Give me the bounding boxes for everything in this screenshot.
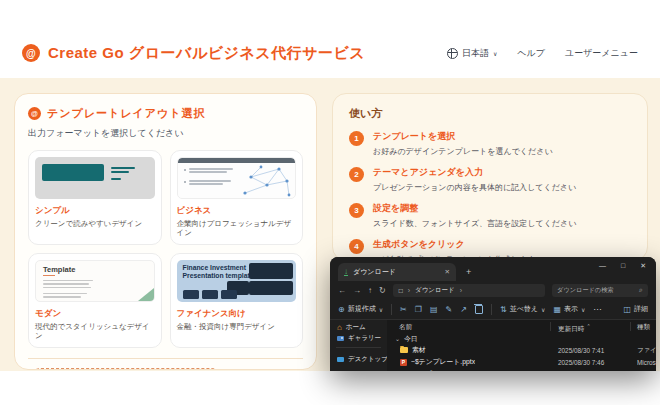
chevron-down-icon: ∨ xyxy=(379,306,383,313)
template-card-description: 金融・投資向け専門デザイン xyxy=(177,322,297,331)
search-icon: ⌕ xyxy=(639,286,643,294)
file-row-pptx[interactable]: P テンプレート.pptx xyxy=(387,368,656,371)
page: @ Create Go グローバルビジネス代行サービス 日本語 ∨ ヘルプ ユー… xyxy=(0,0,660,405)
plus-icon: ⊕ xyxy=(338,305,345,314)
template-cards: シンプル クリーンで読みやすいデザイン xyxy=(28,150,303,348)
brand: @ Create Go グローバルビジネス代行サービス xyxy=(22,44,365,63)
sidebar-item-home[interactable]: ⌂ ホーム xyxy=(330,322,387,333)
template-panel-icon: @ xyxy=(28,107,41,120)
view-label: 表示 xyxy=(564,304,578,314)
file-row-pptx-temp[interactable]: P ~$テンプレート.pptx 2025/08/30 7:46 Microso xyxy=(387,356,656,368)
computer-icon: □ xyxy=(399,287,403,294)
toolbar-divider xyxy=(491,304,492,315)
template-panel-subtitle: 出力フォーマットを選択してください xyxy=(28,127,303,140)
template-card-name: ビジネス xyxy=(177,205,297,217)
template-card-finance[interactable]: Finance Investment Presentation template… xyxy=(170,253,304,348)
usage-step: 2 テーマとアジェンダを入力 プレゼンテーションの内容を具体的に記入してください xyxy=(349,166,631,193)
chevron-down-icon: ∨ xyxy=(493,50,497,57)
up-icon[interactable]: ↑ xyxy=(368,286,372,295)
step-title: テーマとアジェンダを入力 xyxy=(373,166,576,179)
explorer-navbar: ← → ↑ ↻ □ › ダウンロード › ダウンロードの検索 ⌕ xyxy=(330,281,656,299)
desktop-icon xyxy=(337,357,344,363)
file-type: Microso xyxy=(637,359,656,366)
help-label: ヘルプ xyxy=(517,47,545,60)
template-card-business[interactable]: ビジネス 企業向けプロフェッショナルデザイン xyxy=(170,150,304,245)
tab-close-icon[interactable]: ✕ xyxy=(445,268,450,276)
explorer-command-bar: ⊕ 新規作成 ∨ ✂ ❐ ▤ ✎ ↗ ⇅ 並べ替え ∨ ▦ 表示 ∨ ⋯ xyxy=(330,299,656,320)
template-card-description: 企業向けプロフェッショナルデザイン xyxy=(177,219,297,238)
step-description: お好みのデザインテンプレートを選んでください xyxy=(373,146,553,157)
explorer-titlebar[interactable]: ↓ ダウンロード ✕ + — □ ✕ xyxy=(330,257,656,281)
maximize-icon[interactable]: □ xyxy=(621,262,625,270)
forward-icon[interactable]: → xyxy=(353,286,361,295)
site-title: Create Go グローバルビジネス代行サービス xyxy=(48,44,365,63)
help-link[interactable]: ヘルプ xyxy=(517,47,545,60)
back-icon[interactable]: ← xyxy=(338,286,346,295)
explorer-body: ⌂ ホーム ギャラリー デスクトップ 名前 更新日時⌃ xyxy=(330,320,656,371)
refresh-icon[interactable]: ↻ xyxy=(379,286,386,295)
close-icon[interactable]: ✕ xyxy=(640,262,646,270)
breadcrumb[interactable]: □ › ダウンロード › xyxy=(393,284,545,297)
step-description: プレゼンテーションの内容を具体的に記入してください xyxy=(373,182,576,193)
sidebar-divider xyxy=(336,347,381,348)
chevron-down-icon: ∨ xyxy=(581,306,585,313)
column-divider xyxy=(630,322,631,331)
breadcrumb-item[interactable]: ダウンロード xyxy=(415,286,455,295)
language-selector[interactable]: 日本語 ∨ xyxy=(447,47,497,60)
group-label: 今日 xyxy=(404,334,418,344)
new-item-button[interactable]: ⊕ 新規作成 ∨ xyxy=(338,304,383,314)
sidebar-item-desktop[interactable]: デスクトップ xyxy=(330,354,387,365)
header-nav: 日本語 ∨ ヘルプ ユーザーメニュー xyxy=(447,47,638,60)
file-date: 2025/08/30 7:41 xyxy=(558,347,604,354)
chevron-right-icon: › xyxy=(408,287,410,294)
sidebar-item-gallery[interactable]: ギャラリー xyxy=(330,333,387,344)
details-pane-toggle[interactable]: ◫ 詳細 xyxy=(623,304,648,314)
rename-icon[interactable]: ✎ xyxy=(446,305,453,314)
step-title: テンプレートを選択 xyxy=(373,130,553,143)
column-divider xyxy=(550,322,551,331)
more-options-icon[interactable]: ⋯ xyxy=(593,305,601,314)
search-input[interactable]: ダウンロードの検索 ⌕ xyxy=(552,284,648,297)
template-thumbnail-modern: Template xyxy=(35,260,155,302)
column-header-name[interactable]: 名前 xyxy=(399,323,412,332)
column-header-date[interactable]: 更新日時⌃ xyxy=(558,323,591,334)
minimize-icon[interactable]: — xyxy=(599,262,606,270)
thumbnail-title: Finance Investment Presentation template xyxy=(183,264,255,280)
file-list: 名前 更新日時⌃ 種類 ⌄ 今日 素材 2025/08/30 7:41 ファイル… xyxy=(387,320,656,371)
tab-title: ダウンロード xyxy=(353,267,396,277)
template-thumbnail-simple xyxy=(35,157,155,199)
chevron-right-icon: › xyxy=(460,287,462,294)
template-card-modern[interactable]: Template モダン 現代的でスタイリッシュなデザイン xyxy=(28,253,162,348)
details-pane-icon: ◫ xyxy=(623,305,631,314)
column-header-type[interactable]: 種類 xyxy=(637,323,650,332)
sort-button[interactable]: ⇅ 並べ替え ∨ xyxy=(500,304,545,314)
paste-icon[interactable]: ▤ xyxy=(430,305,438,314)
sidebar-item-label: ホーム xyxy=(346,323,366,332)
explorer-tab-downloads[interactable]: ↓ ダウンロード ✕ xyxy=(338,263,456,281)
user-menu[interactable]: ユーザーメニュー xyxy=(565,47,638,60)
share-icon[interactable]: ↗ xyxy=(460,305,467,314)
sort-label: 並べ替え xyxy=(510,304,538,314)
user-menu-label: ユーザーメニュー xyxy=(565,47,638,60)
copy-icon[interactable]: ❐ xyxy=(415,305,422,314)
step-title: 生成ボタンをクリック xyxy=(373,238,535,251)
step-number-badge: 1 xyxy=(349,131,364,146)
folder-icon xyxy=(400,347,408,353)
template-thumbnail-finance: Finance Investment Presentation template xyxy=(177,260,297,302)
template-panel-header: @ テンプレートレイアウト選択 xyxy=(28,106,303,121)
step-number-badge: 4 xyxy=(349,239,364,254)
file-explorer-window: ↓ ダウンロード ✕ + — □ ✕ ← → ↑ ↻ □ › ダウンロード › xyxy=(330,257,656,371)
template-card-description: 現代的でスタイリッシュなデザイン xyxy=(35,322,155,341)
chevron-down-icon: ⌄ xyxy=(395,335,400,342)
step-number-badge: 3 xyxy=(349,203,364,218)
cut-icon[interactable]: ✂ xyxy=(400,305,407,314)
template-card-simple[interactable]: シンプル クリーンで読みやすいデザイン xyxy=(28,150,162,245)
delete-icon[interactable] xyxy=(475,305,483,314)
details-label: 詳細 xyxy=(634,304,648,314)
new-tab-button[interactable]: + xyxy=(466,267,471,277)
upload-template-button[interactable]: ↑ テンプレートをアップロード (.pptx/.potx) xyxy=(28,368,224,371)
file-row-folder[interactable]: 素材 2025/08/30 7:41 ファイル フ xyxy=(387,344,656,356)
group-header-today[interactable]: ⌄ 今日 xyxy=(387,333,656,344)
view-button[interactable]: ▦ 表示 ∨ xyxy=(553,304,585,314)
create-go-logo-icon: @ xyxy=(22,44,40,62)
